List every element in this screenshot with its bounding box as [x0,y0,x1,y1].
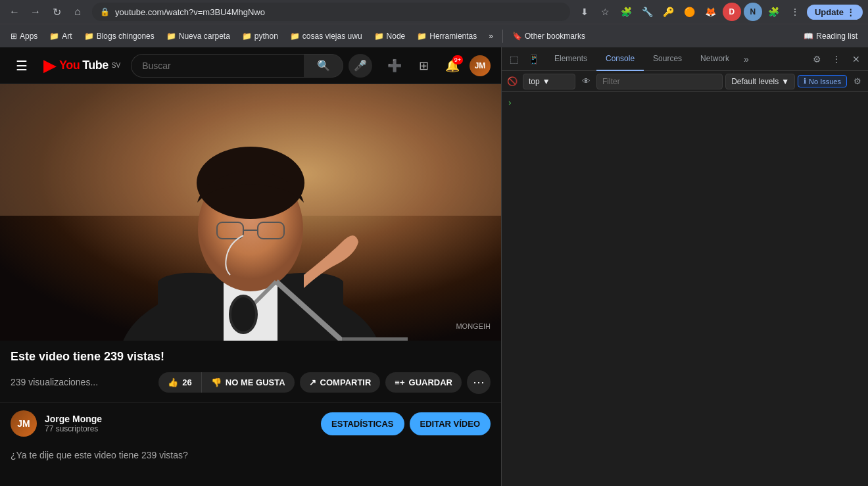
video-container: MONGEIH [0,84,501,341]
edit-video-button[interactable]: EDITAR VÍDEO [410,412,491,435]
bookmarks-more-btn[interactable]: » [483,29,498,43]
download-icon-btn[interactable]: ⬇ [575,3,594,21]
yt-search-button[interactable]: 🔍 [304,54,343,78]
devtools-tab-bar: Elements Console Sources Network » [545,47,805,71]
browser-frame: ← → ↻ ⌂ 🔒 youtube.com/watch?v=m3BU4MhgNw… [0,0,868,486]
devtools-settings-btn[interactable]: ⚙ [808,50,826,68]
devtools-console-bar: 🚫 top ▼ 👁 Default levels ▼ ℹ No Issues ⚙ [502,71,868,92]
console-prompt-line: › [502,95,868,110]
other-bookmarks[interactable]: 🔖 Other bookmarks [507,29,591,43]
yt-logo-text-2: Tube [82,59,108,72]
folder-icon-3: 📁 [166,32,176,41]
devtools-more-btn[interactable]: ⋮ [827,50,846,68]
yt-avatar[interactable]: JM [470,55,491,76]
apps-grid-icon: ⊞ [11,32,17,41]
channel-avatar[interactable]: JM [11,410,37,437]
console-clear-btn[interactable]: 🚫 [504,74,520,89]
yt-menu-button[interactable]: ☰ [11,53,33,79]
user-profile-icon[interactable]: N [744,3,762,21]
context-dropdown-arrow: ▼ [542,77,550,86]
yt-logo[interactable]: ▶ YouTube SV [43,55,120,76]
save-button[interactable]: ≡+ GUARDAR [385,372,462,393]
home-button[interactable]: ⌂ [68,3,87,21]
avatar-initials: JM [475,61,486,70]
yt-header-right: ➕ ⊞ 🔔 9+ JM [383,54,491,78]
devtools-tabs-more[interactable]: » [738,47,754,71]
save-icon: ≡+ [395,377,404,387]
yt-apps-button[interactable]: ⊞ [412,54,435,78]
video-thumbnail[interactable]: MONGEIH [0,84,501,341]
like-count: 26 [182,377,191,387]
reddit-btn[interactable]: 🟠 [681,3,699,21]
folder-icon-6: 📁 [374,32,384,41]
bookmark-herramientas[interactable]: 📁 Herramientas [412,29,482,43]
stats-button[interactable]: ESTADÍSTICAS [321,412,404,435]
channel-section: JM Jorge Monge 77 suscriptores ESTADÍSTI… [0,402,501,445]
mobile-view-btn[interactable]: 📱 [524,50,542,68]
devtools-tab-elements[interactable]: Elements [545,47,596,71]
update-more-icon: ⋮ [846,7,855,17]
bookmark-node[interactable]: 📁 Node [369,29,411,43]
main-area: ☰ ▶ YouTube SV 🔍 🎤 ➕ ⊞ 🔔 9+ [0,47,868,486]
console-context-selector[interactable]: top ▼ [523,74,575,89]
yt-notification-badge: 9+ [452,55,463,64]
bookmark-art[interactable]: 📁 Art [44,29,77,43]
like-icon: 👍 [168,377,178,387]
back-button[interactable]: ← [5,3,24,21]
console-issues-badge[interactable]: ℹ No Issues [798,75,847,87]
console-levels-selector[interactable]: Default levels ▼ [725,74,795,89]
folder-icon: 📁 [49,32,59,41]
bookmark-blogs[interactable]: 📁 Blogs chingones [79,29,160,43]
puzzle-icon-btn[interactable]: 🧩 [765,3,783,21]
issues-icon: ℹ [804,77,806,85]
share-button[interactable]: ↗ COMPARTIR [300,372,381,393]
reading-list-button[interactable]: 📖 Reading list [798,29,863,43]
profile-avatar[interactable]: D [723,3,741,21]
forward-button[interactable]: → [26,3,45,21]
channel-action-buttons: ESTADÍSTICAS EDITAR VÍDEO [321,412,491,435]
more-tools-btn[interactable]: ⋮ [786,3,804,21]
bookmark-separator [502,30,503,43]
like-dislike-group: 👍 26 👎 NO ME GUSTA [158,372,294,393]
yt-create-button[interactable]: ➕ [383,54,406,78]
yt-notification-button[interactable]: 🔔 9+ [441,54,464,78]
like-button[interactable]: 👍 26 [158,372,201,393]
bookmark-cosas[interactable]: 📁 cosas viejas uwu [285,29,368,43]
refresh-button[interactable]: ↻ [47,3,66,21]
devtools-tab-sources[interactable]: Sources [644,47,691,71]
folder-icon-4: 📁 [242,32,252,41]
bookmark-python[interactable]: 📁 python [237,29,283,43]
console-settings-btn[interactable]: ⚙ [850,74,865,89]
update-button[interactable]: Update ⋮ [807,5,863,20]
video-actions: 👍 26 👎 NO ME GUSTA ↗ COMPARTIR [158,370,491,394]
lastpass-btn[interactable]: 🔑 [660,3,678,21]
fox-btn[interactable]: 🦊 [702,3,720,21]
yt-logo-text: You [59,59,80,72]
console-filter-input[interactable] [596,74,723,89]
channel-info: Jorge Monge 77 suscriptores [45,414,313,433]
bookmark-apps[interactable]: ⊞ Apps [5,29,43,43]
dislike-button[interactable]: 👎 NO ME GUSTA [201,372,295,393]
video-thumb-inner: MONGEIH [0,84,501,341]
console-eye-btn[interactable]: 👁 [578,74,594,89]
yt-search-input[interactable] [131,54,304,78]
bookmark-star-btn[interactable]: ☆ [596,3,615,21]
more-actions-button[interactable]: ⋯ [467,370,491,394]
devtools-close-btn[interactable]: ✕ [847,50,865,68]
address-bar[interactable]: 🔒 youtube.com/watch?v=m3BU4MhgNwo [92,3,570,21]
yt-search: 🔍 🎤 [131,54,372,78]
devtools-tab-network[interactable]: Network [691,47,738,71]
url-text: youtube.com/watch?v=m3BU4MhgNwo [115,7,562,17]
folder-icon-5: 📁 [290,32,300,41]
extensions-icon-btn[interactable]: 🧩 [617,3,636,21]
lock-icon: 🔒 [100,7,110,16]
dislike-label: NO ME GUSTA [226,377,285,387]
video-svg-overlay [0,84,501,341]
inspect-element-btn[interactable]: ⬚ [504,50,523,68]
video-meta: 239 visualizaciones... 👍 26 👎 NO ME GUST… [11,370,491,394]
bookmark-nueva[interactable]: 📁 Nueva carpeta [161,29,235,43]
devtools-tab-console[interactable]: Console [596,47,644,71]
save-label: GUARDAR [409,377,452,387]
devtools-extension-btn[interactable]: 🔧 [639,3,657,21]
yt-mic-button[interactable]: 🎤 [349,54,372,78]
